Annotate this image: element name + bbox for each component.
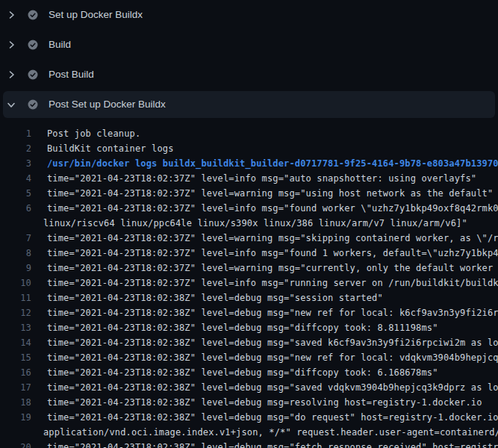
check-circle-icon: [28, 40, 38, 50]
log-line-number[interactable]: 6: [0, 201, 31, 216]
log-line-number[interactable]: 20: [0, 440, 31, 448]
log-line-number: [0, 216, 31, 231]
check-circle-icon: [28, 69, 38, 80]
log-line-number[interactable]: 2: [0, 141, 31, 156]
log-line-number[interactable]: 12: [0, 305, 31, 320]
step-row-post-build[interactable]: Post Build: [0, 60, 498, 90]
log-line-number[interactable]: 1: [0, 126, 31, 141]
log-line: 3 /usr/bin/docker logs buildx_buildkit_b…: [0, 156, 498, 171]
log-line-text: Post job cleanup.: [47, 126, 140, 141]
log-line-wrap: application/vnd.oci.image.index.v1+json,…: [0, 425, 498, 440]
log-line-text: time="2021-04-23T18:02:38Z" level=debug …: [47, 365, 438, 380]
log-line: 8 time="2021-04-23T18:02:37Z" level=info…: [0, 246, 498, 261]
log-line: 1 Post job cleanup.: [0, 126, 498, 141]
log-line-number[interactable]: 14: [0, 335, 31, 350]
log-line-text: application/vnd.oci.image.index.v1+json,…: [43, 425, 498, 440]
chevron-right-icon: [7, 40, 16, 49]
log-line-number[interactable]: 9: [0, 261, 31, 276]
log-line-text: time="2021-04-23T18:02:38Z" level=debug …: [47, 410, 498, 425]
log-line: 19 time="2021-04-23T18:02:38Z" level=deb…: [0, 410, 498, 425]
log-line: 7 time="2021-04-23T18:02:37Z" level=warn…: [0, 231, 498, 246]
log-line-text: time="2021-04-23T18:02:37Z" level=warnin…: [47, 186, 493, 201]
log-line-number[interactable]: 16: [0, 365, 31, 380]
log-line-text: time="2021-04-23T18:02:38Z" level=debug …: [47, 305, 498, 320]
steps-list: Set up Docker Buildx Build Post Build Po…: [0, 0, 498, 118]
step-label: Post Build: [49, 69, 94, 80]
log-line-number[interactable]: 3: [0, 156, 31, 171]
log-line-text: time="2021-04-23T18:02:38Z" level=debug …: [47, 320, 438, 335]
log-line: 10 time="2021-04-23T18:02:37Z" level=inf…: [0, 276, 498, 290]
log-line-number[interactable]: 11: [0, 290, 31, 305]
log-line-text: time="2021-04-23T18:02:38Z" level=debug …: [47, 380, 498, 395]
step-label: Set up Docker Buildx: [49, 10, 143, 20]
log-line-number[interactable]: 18: [0, 395, 31, 410]
chevron-down-icon: [7, 100, 16, 109]
log-line-number[interactable]: 7: [0, 231, 31, 246]
log-line-number: [0, 425, 31, 440]
log-line: 18 time="2021-04-23T18:02:38Z" level=deb…: [0, 395, 498, 410]
log-viewer: 1 Post job cleanup. 2 ▼BuildKit containe…: [0, 118, 498, 448]
log-group-title: BuildKit container logs: [47, 143, 174, 154]
log-line-number[interactable]: 17: [0, 380, 31, 395]
log-line: 5 time="2021-04-23T18:02:37Z" level=warn…: [0, 186, 498, 201]
log-line-text: time="2021-04-23T18:02:38Z" level=debug …: [47, 440, 498, 448]
log-line-number[interactable]: 19: [0, 410, 31, 425]
chevron-right-icon: [7, 10, 16, 19]
log-line-text: time="2021-04-23T18:02:37Z" level=info m…: [47, 246, 498, 261]
log-line-text: time="2021-04-23T18:02:38Z" level=debug …: [47, 335, 498, 350]
log-line-number[interactable]: 5: [0, 186, 31, 201]
log-line: 9 time="2021-04-23T18:02:37Z" level=warn…: [0, 261, 498, 276]
log-line: 4 time="2021-04-23T18:02:37Z" level=info…: [0, 171, 498, 186]
log-line: 15 time="2021-04-23T18:02:38Z" level=deb…: [0, 350, 498, 365]
step-label: Post Set up Docker Buildx: [49, 99, 166, 110]
log-line: 13 time="2021-04-23T18:02:38Z" level=deb…: [0, 320, 498, 335]
log-line-number[interactable]: 4: [0, 171, 31, 186]
log-line-wrap: linux/riscv64 linux/ppc64le linux/s390x …: [0, 216, 498, 231]
log-line: 14 time="2021-04-23T18:02:38Z" level=deb…: [0, 335, 498, 350]
log-line-group[interactable]: 2 ▼BuildKit container logs: [0, 141, 498, 156]
log-line: 17 time="2021-04-23T18:02:38Z" level=deb…: [0, 380, 498, 395]
step-label: Build: [49, 40, 71, 50]
log-line-number[interactable]: 13: [0, 320, 31, 335]
log-line: 16 time="2021-04-23T18:02:38Z" level=deb…: [0, 365, 498, 380]
log-group-toggle[interactable]: ▼BuildKit container logs: [47, 141, 174, 156]
log-line-text: time="2021-04-23T18:02:37Z" level=warnin…: [47, 231, 498, 246]
log-line-text: time="2021-04-23T18:02:38Z" level=debug …: [47, 395, 482, 410]
log-line-text: time="2021-04-23T18:02:38Z" level=debug …: [47, 290, 383, 305]
log-line-text: linux/riscv64 linux/ppc64le linux/s390x …: [43, 216, 467, 231]
step-row-set-up-docker-buildx[interactable]: Set up Docker Buildx: [0, 0, 498, 30]
log-line-number[interactable]: 15: [0, 350, 31, 365]
log-line: 20 time="2021-04-23T18:02:38Z" level=deb…: [0, 440, 498, 448]
chevron-right-icon: [7, 70, 16, 79]
log-line-text: time="2021-04-23T18:02:37Z" level=info m…: [47, 201, 498, 216]
step-row-build[interactable]: Build: [0, 30, 498, 60]
log-line-text: time="2021-04-23T18:02:37Z" level=info m…: [47, 276, 498, 290]
check-circle-icon: [28, 99, 38, 110]
log-command-text: /usr/bin/docker logs buildx_buildkit_bui…: [47, 156, 498, 171]
log-line-text: time="2021-04-23T18:02:38Z" level=debug …: [47, 350, 498, 365]
check-circle-icon: [28, 10, 38, 20]
log-line: 6 time="2021-04-23T18:02:37Z" level=info…: [0, 201, 498, 216]
log-line: 12 time="2021-04-23T18:02:38Z" level=deb…: [0, 305, 498, 320]
log-line-text: time="2021-04-23T18:02:37Z" level=warnin…: [47, 261, 498, 276]
log-line-number[interactable]: 10: [0, 276, 31, 290]
log-line-text: time="2021-04-23T18:02:37Z" level=info m…: [47, 171, 476, 186]
log-line: 11 time="2021-04-23T18:02:38Z" level=deb…: [0, 290, 498, 305]
log-line-number[interactable]: 8: [0, 246, 31, 261]
step-row-post-set-up-docker-buildx[interactable]: Post Set up Docker Buildx: [3, 91, 495, 118]
